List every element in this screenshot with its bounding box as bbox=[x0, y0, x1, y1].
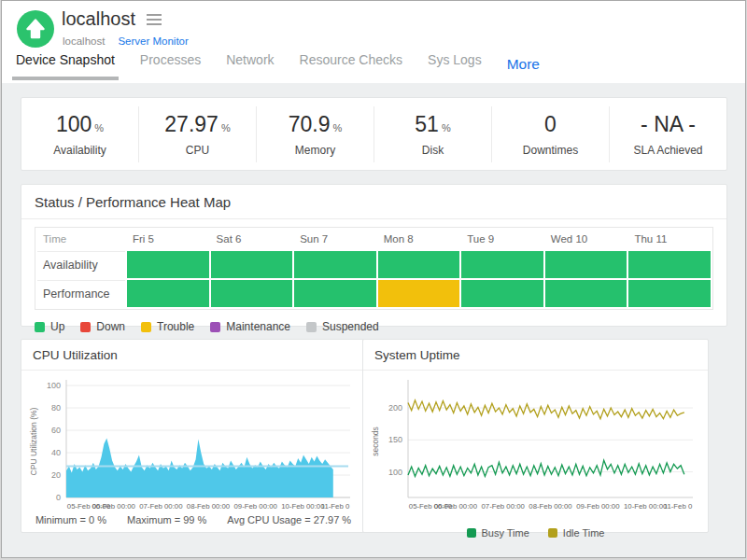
legend-label: Up bbox=[50, 320, 64, 333]
heatmap-cell-availability-sun-7[interactable] bbox=[294, 251, 376, 278]
legend-swatch-busy-time bbox=[467, 528, 476, 538]
svg-text:07-Feb 00:00: 07-Feb 00:00 bbox=[481, 502, 525, 511]
stat-value-row: 51% bbox=[374, 112, 491, 137]
legend-swatch-idle-time bbox=[548, 528, 557, 538]
heatmap-cell-availability-wed-10[interactable] bbox=[545, 251, 627, 278]
heatmap-cell-availability-tue-9[interactable] bbox=[461, 251, 543, 278]
heatmap-cell-performance-mon-8[interactable] bbox=[378, 280, 460, 307]
svg-text:07-Feb 00:00: 07-Feb 00:00 bbox=[139, 502, 183, 511]
stat-label: Availability bbox=[21, 144, 138, 157]
stat-label: Downtimes bbox=[492, 144, 609, 157]
legend-label: Maintenance bbox=[226, 320, 290, 333]
legend-item-trouble: Trouble bbox=[141, 320, 194, 333]
heatmap-col-sat-6: Sat 6 bbox=[211, 230, 293, 249]
heatmap-cell-availability-thu-11[interactable] bbox=[628, 251, 711, 278]
cpu-summary-item: Maximum = 99 % bbox=[127, 514, 206, 525]
legend-label: Busy Time bbox=[482, 527, 529, 539]
stat-availability: 100%Availability bbox=[21, 106, 139, 162]
stat-value: 100 bbox=[56, 112, 92, 136]
svg-text:11-Feb 0: 11-Feb 0 bbox=[321, 502, 350, 511]
stat-value: - NA - bbox=[641, 112, 696, 136]
stat-label: SLA Achieved bbox=[610, 144, 726, 157]
svg-text:40: 40 bbox=[51, 448, 61, 457]
heatmap-title: Status / Performance Heat Map bbox=[21, 185, 726, 219]
heatmap-body: AvailabilityPerformance bbox=[37, 251, 711, 307]
cpu-summary: Minimum = 0 %Maximum = 99 %Avg CPU Usage… bbox=[27, 514, 359, 525]
svg-text:20: 20 bbox=[51, 470, 61, 480]
heatmap-card: Status / Performance Heat Map TimeFri 5S… bbox=[21, 184, 727, 327]
svg-text:150: 150 bbox=[388, 435, 402, 444]
stat-label: Disk bbox=[374, 144, 491, 157]
stat-value: 0 bbox=[544, 112, 557, 136]
heatmap-col-sun-7: Sun 7 bbox=[294, 230, 376, 249]
stat-value: 51 bbox=[415, 112, 439, 136]
tab-device-snapshot[interactable]: Device Snapshot bbox=[16, 52, 115, 80]
heatmap-cell-availability-fri-5[interactable] bbox=[127, 251, 209, 278]
header: localhost localhost Server Monitor Devic… bbox=[2, 1, 745, 83]
svg-text:200: 200 bbox=[388, 403, 402, 413]
server-monitor-page: localhost localhost Server Monitor Devic… bbox=[1, 0, 746, 558]
heatmap-cell-performance-thu-11[interactable] bbox=[628, 280, 711, 307]
tab-network[interactable]: Network bbox=[226, 52, 274, 80]
legend-swatch-maintenance bbox=[210, 322, 220, 332]
uptime-legend: Busy TimeIdle Time bbox=[369, 527, 702, 539]
heatmap-col-time: Time bbox=[37, 230, 125, 249]
svg-text:08-Feb 00:00: 08-Feb 00:00 bbox=[187, 502, 231, 511]
svg-text:60: 60 bbox=[51, 426, 61, 435]
tab-more[interactable]: More bbox=[507, 56, 540, 86]
stat-sla-achieved: - NA -SLA Achieved bbox=[610, 106, 726, 162]
uptime-chart-title: System Uptime bbox=[363, 340, 708, 371]
stat-memory: 70.9%Memory bbox=[257, 106, 374, 162]
legend-item-down: Down bbox=[80, 320, 125, 333]
legend-swatch-suspended bbox=[306, 322, 317, 332]
heatmap-cell-performance-tue-9[interactable] bbox=[461, 280, 543, 307]
breadcrumb-monitor-type-link[interactable]: Server Monitor bbox=[118, 35, 188, 47]
legend-label: Down bbox=[96, 320, 125, 333]
heatmap-cell-performance-wed-10[interactable] bbox=[545, 280, 627, 307]
stat-value-row: 70.9% bbox=[257, 112, 374, 137]
svg-text:06-Feb 00:00: 06-Feb 00:00 bbox=[434, 502, 478, 511]
heatmap-cell-performance-sat-6[interactable] bbox=[211, 280, 293, 307]
summary-stats-card: 100%Availability27.97%CPU70.9%Memory51%D… bbox=[21, 97, 727, 171]
stat-downtimes: 0Downtimes bbox=[492, 106, 610, 162]
svg-text:0: 0 bbox=[56, 493, 61, 502]
svg-text:11-Feb 0: 11-Feb 0 bbox=[664, 502, 693, 511]
stat-value: 27.97 bbox=[164, 112, 218, 136]
legend-item-maintenance: Maintenance bbox=[210, 320, 290, 333]
heatmap-col-fri-5: Fri 5 bbox=[127, 230, 209, 249]
svg-text:06-Feb 00:00: 06-Feb 00:00 bbox=[92, 502, 135, 511]
tab-processes[interactable]: Processes bbox=[140, 52, 201, 80]
cpu-utilization-card: CPU Utilization 100806040200CPU Utilizat… bbox=[21, 339, 366, 533]
page-title: localhost bbox=[62, 8, 135, 30]
tab-sys-logs[interactable]: Sys Logs bbox=[428, 52, 482, 80]
heatmap-cell-performance-sun-7[interactable] bbox=[294, 280, 376, 307]
svg-text:09-Feb 00:00: 09-Feb 00:00 bbox=[576, 502, 620, 511]
stat-disk: 51%Disk bbox=[374, 106, 492, 162]
heatmap-cell-availability-mon-8[interactable] bbox=[378, 251, 460, 278]
stat-unit: % bbox=[94, 122, 104, 133]
heatmap-table: TimeFri 5Sat 6Sun 7Mon 8Tue 9Wed 10Thu 1… bbox=[35, 227, 713, 310]
heatmap-legend: UpDownTroubleMaintenanceSuspended bbox=[21, 314, 726, 340]
stat-label: CPU bbox=[139, 144, 256, 157]
heatmap-cell-availability-sat-6[interactable] bbox=[211, 251, 293, 278]
system-uptime-card: System Uptime 200150100seconds05-Feb 00:… bbox=[362, 339, 709, 533]
monitor-status-icon bbox=[17, 10, 54, 48]
svg-text:CPU Utilization (%): CPU Utilization (%) bbox=[29, 407, 38, 475]
svg-text:100: 100 bbox=[388, 468, 402, 477]
tab-resource-checks[interactable]: Resource Checks bbox=[300, 52, 403, 80]
legend-item-suspended: Suspended bbox=[306, 320, 379, 333]
cpu-summary-item: Minimum = 0 % bbox=[35, 514, 106, 525]
legend-swatch-up bbox=[35, 322, 45, 332]
system-uptime-chart: 200150100seconds05-Feb 00:0006-Feb 00:00… bbox=[369, 374, 700, 512]
stat-value: 70.9 bbox=[289, 112, 331, 136]
svg-text:seconds: seconds bbox=[371, 427, 380, 456]
heatmap-cell-performance-fri-5[interactable] bbox=[127, 280, 209, 307]
svg-text:08-Feb 00:00: 08-Feb 00:00 bbox=[529, 502, 572, 511]
stat-label: Memory bbox=[257, 144, 374, 157]
content-area: 100%Availability27.97%CPU70.9%Memory51%D… bbox=[2, 83, 745, 557]
heatmap-row-performance: Performance bbox=[37, 280, 711, 307]
hamburger-menu-icon[interactable] bbox=[147, 11, 162, 28]
breadcrumb: localhost Server Monitor bbox=[63, 35, 189, 47]
svg-text:10-Feb 00:00: 10-Feb 00:00 bbox=[281, 502, 325, 511]
stat-unit: % bbox=[221, 122, 231, 133]
